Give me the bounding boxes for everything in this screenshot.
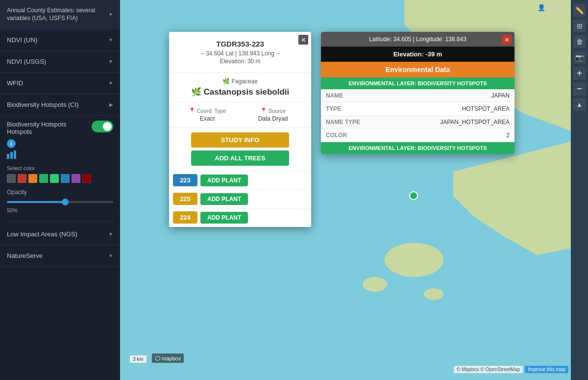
sidebar-item-low-impact-label: Low Impact Areas (NGS) xyxy=(7,230,77,238)
env-key-name: NAME xyxy=(321,89,398,102)
login-icon: 👤 xyxy=(538,4,545,11)
sidebar: Annual County Estimates: several variabl… xyxy=(0,0,120,380)
add-plant-button-225[interactable]: ADD PLANT xyxy=(200,193,248,205)
hotspots-label: Hotspots xyxy=(7,128,32,135)
popup-source-title: 📍 Source xyxy=(243,107,303,114)
env-value-name: JAPAN xyxy=(398,89,514,102)
edit-icon[interactable]: ✏️ xyxy=(573,4,586,17)
sidebar-item-biodiversity-ci-label: Biodiversity Hotspots (CI) xyxy=(7,101,79,108)
sidebar-item-biodiversity-ci[interactable]: Biodiversity Hotspots (CI) ▶ xyxy=(0,94,120,116)
svg-point-8 xyxy=(424,288,443,300)
popup-species: 🌿 Fagaceae 🌿 Castanopsis sieboldii xyxy=(169,73,311,102)
env-panel-close-button[interactable]: ✕ xyxy=(502,35,512,45)
sidebar-item-ndvi-usgs-label: NDVI (USGS) xyxy=(7,58,46,65)
env-title: Environmental Data xyxy=(321,62,514,77)
chevron-icon: ▼ xyxy=(108,59,113,64)
swatch-blue[interactable] xyxy=(61,174,70,183)
env-panel: ✕ Latitude: 34.605 | Longitude: 138.843 … xyxy=(321,32,514,154)
table-row: NAME TYPE JAPAN_HOTSPOT_AREA xyxy=(321,116,514,129)
popup-coord-type-value: Exact xyxy=(177,115,238,122)
login-button[interactable]: 👤 Login xyxy=(538,4,564,11)
list-item: 224 ADD PLANT xyxy=(169,208,311,227)
plant-list: 223 ADD PLANT 225 ADD PLANT 224 ADD PLAN… xyxy=(169,171,311,227)
popup-coords: ←34.604 Lat | 138.843 Long→ xyxy=(184,50,296,57)
popup-close-button[interactable]: ✕ xyxy=(298,35,308,45)
opacity-label: Opacity xyxy=(7,189,113,196)
chart-icon[interactable] xyxy=(0,148,120,163)
sidebar-item-ndvi-un-label: NDVI (UN) xyxy=(7,36,37,44)
popup-species-name: 🌿 Castanopsis sieboldii xyxy=(177,87,303,97)
color-label: Select color xyxy=(7,165,113,171)
add-plant-button-223[interactable]: ADD PLANT xyxy=(200,175,248,186)
swatch-darkred[interactable] xyxy=(82,174,91,183)
swatch-purple[interactable] xyxy=(72,174,80,183)
env-value-name-type: JAPAN_HOTSPOT_AREA xyxy=(398,116,514,129)
zoom-out-button[interactable]: − xyxy=(573,82,586,95)
svg-point-6 xyxy=(385,243,443,277)
plant-id-224: 224 xyxy=(173,211,197,224)
popup-action-buttons: STUDY INFO ADD ALL TREES xyxy=(169,127,311,171)
list-item: 223 ADD PLANT xyxy=(169,171,311,190)
improve-map-link[interactable]: Improve this map xyxy=(525,366,568,373)
env-value-type: HOTSPOT_AREA xyxy=(398,102,514,116)
map-area[interactable]: 👤 Login ✕ TGDR353-223 ←34.604 Lat | 138.… xyxy=(120,0,588,380)
plant-id-225: 225 xyxy=(173,193,197,205)
swatch-green[interactable] xyxy=(50,174,59,183)
chevron-icon: ▼ xyxy=(108,231,113,237)
compass-icon[interactable]: ▲ xyxy=(573,98,586,111)
color-swatches xyxy=(7,174,113,183)
popup-source: 📍 Source Data Dryad xyxy=(243,107,303,122)
mapbox-logo: ⬡ mapbox xyxy=(152,354,184,363)
chevron-icon: ▶ xyxy=(109,102,113,107)
table-row: NAME JAPAN xyxy=(321,89,514,102)
opacity-slider[interactable] xyxy=(7,199,113,205)
swatch-orange[interactable] xyxy=(28,174,37,183)
env-data-table: NAME JAPAN TYPE HOTSPOT_AREA NAME TYPE J… xyxy=(321,89,514,142)
chevron-icon: ▼ xyxy=(108,12,113,17)
popup-family: 🌿 Fagaceae xyxy=(177,78,303,85)
popup-id: TGDR353-223 xyxy=(184,40,296,48)
map-footer: © Mapbox © OpenStreetMap Improve this ma… xyxy=(454,366,568,373)
layers-icon[interactable]: ⊞ xyxy=(573,20,586,32)
study-info-button[interactable]: STUDY INFO xyxy=(191,132,289,148)
chevron-icon: ▼ xyxy=(108,37,113,43)
map-controls: ✏️ ⊞ 🗑 📷 + − ▲ xyxy=(571,0,588,380)
swatch-gray[interactable] xyxy=(7,174,16,183)
add-plant-button-224[interactable]: ADD PLANT xyxy=(200,212,248,224)
svg-rect-2 xyxy=(14,151,16,159)
swatch-red[interactable] xyxy=(18,174,26,183)
biodiversity-toggle[interactable] xyxy=(92,121,113,132)
sidebar-item-wfid[interactable]: WFID ▼ xyxy=(0,73,120,94)
sidebar-item-annual-county[interactable]: Annual County Estimates: several variabl… xyxy=(0,0,120,29)
zoom-in-button[interactable]: + xyxy=(573,67,586,79)
list-item: 225 ADD PLANT xyxy=(169,190,311,208)
location-marker[interactable] xyxy=(409,191,420,202)
svg-rect-0 xyxy=(7,154,9,159)
svg-rect-1 xyxy=(10,152,13,159)
color-section: Select color xyxy=(0,163,120,187)
sidebar-item-ndvi-usgs[interactable]: NDVI (USGS) ▼ xyxy=(0,51,120,73)
swatch-darkgreen[interactable] xyxy=(39,174,48,183)
biodiversity-label: Biodiversity Hotspots Hotspots xyxy=(7,121,92,135)
sidebar-item-ndvi-un[interactable]: NDVI (UN) ▼ xyxy=(0,29,120,51)
env-key-type: TYPE xyxy=(321,102,398,116)
info-icon[interactable]: i xyxy=(7,139,16,148)
sidebar-item-low-impact[interactable]: Low Impact Areas (NGS) ▼ xyxy=(0,224,120,245)
add-all-trees-button[interactable]: ADD ALL TREES xyxy=(191,151,289,166)
camera-icon[interactable]: 📷 xyxy=(573,51,586,64)
env-key-color: COLOR xyxy=(321,129,398,142)
popup-elevation-label: Elevation: 30 m xyxy=(184,58,296,65)
marker-dot xyxy=(409,191,418,200)
species-popup: ✕ TGDR353-223 ←34.604 Lat | 138.843 Long… xyxy=(169,32,311,227)
map-scale: 3 km xyxy=(130,355,147,363)
table-row: COLOR 2 xyxy=(321,129,514,142)
env-location: Latitude: 34.605 | Longitude: 138.843 xyxy=(321,32,514,47)
env-value-color: 2 xyxy=(398,129,514,142)
trash-icon[interactable]: 🗑 xyxy=(573,35,586,48)
sidebar-item-natureserve[interactable]: NatureServe ▼ xyxy=(0,245,120,267)
table-row: TYPE HOTSPOT_AREA xyxy=(321,102,514,116)
plant-id-223: 223 xyxy=(173,174,197,186)
species-icon: 🌿 xyxy=(191,87,204,97)
env-key-name-type: NAME TYPE xyxy=(321,116,398,129)
sidebar-item-natureserve-label: NatureServe xyxy=(7,252,43,259)
